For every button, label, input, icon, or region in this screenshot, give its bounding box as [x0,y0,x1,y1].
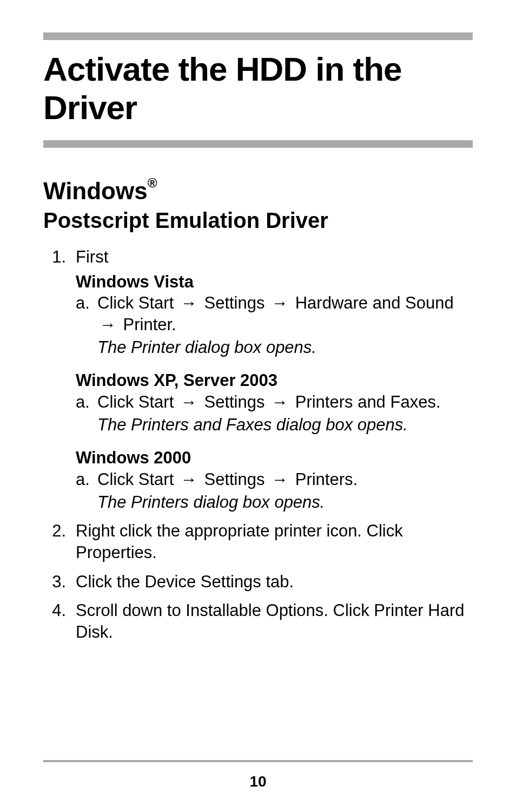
page: Activate the HDD in the Driver Windows® … [0,0,516,812]
vista-substep-a: a. Click Start → Settings → Hardware and… [76,292,473,335]
vista-substep-a-text: Click Start → Settings → Hardware and So… [97,292,473,335]
substep-marker-a: a. [76,391,97,413]
xp-block: Windows XP, Server 2003 a. Click Start →… [76,370,473,435]
w2k-heading: Windows 2000 [76,447,473,469]
section-heading-1-text: Windows [43,178,148,204]
w2k-block: Windows 2000 a. Click Start → Settings →… [76,447,473,513]
step-2: 2. Right click the appropriate printer i… [43,520,473,563]
step-3-body: Click the Device Settings tab. [76,571,473,593]
arrow-icon: → [178,292,200,314]
ordered-list: 1. First Windows Vista a. Click Start → … [43,246,473,643]
vista-text-1: Click Start [97,293,178,312]
vista-text-4: Printer. [118,315,176,334]
arrow-icon: → [269,292,290,314]
arrow-icon: → [269,391,290,413]
arrow-icon: → [97,314,118,336]
step-2-body: Right click the appropriate printer icon… [76,520,473,563]
vista-block: Windows Vista a. Click Start → Settings … [76,271,473,358]
step-3: 3. Click the Device Settings tab. [43,571,473,593]
vista-heading: Windows Vista [76,271,473,293]
w2k-text-2: Settings [200,470,269,489]
page-title: Activate the HDD in the Driver [43,50,473,127]
vista-result: The Printer dialog box opens. [97,337,473,358]
xp-text-2: Settings [200,392,269,411]
substep-marker-a: a. [76,292,97,335]
section-heading-2: Postscript Emulation Driver [43,208,473,232]
xp-heading: Windows XP, Server 2003 [76,370,473,391]
registered-trademark-icon: ® [148,175,157,190]
page-number: 10 [43,773,473,790]
xp-text-1: Click Start [97,392,178,411]
substep-marker-a: a. [76,469,97,490]
step-1: 1. First Windows Vista a. Click Start → … [43,246,473,513]
step-4: 4. Scroll down to Installable Options. C… [43,600,473,643]
xp-text-3: Printers and Faxes. [290,392,440,411]
w2k-text-3: Printers. [290,470,358,489]
step-1-intro: First [76,246,473,268]
vista-text-2: Settings [200,293,269,312]
step-2-number: 2. [43,520,76,563]
step-1-body: First Windows Vista a. Click Start → Set… [76,246,473,513]
top-rule [43,32,473,40]
footer: 10 [43,760,473,790]
w2k-substep-a: a. Click Start → Settings → Printers. [76,469,473,490]
arrow-icon: → [178,469,200,490]
w2k-text-1: Click Start [97,470,178,489]
step-3-number: 3. [43,571,76,593]
step-4-body: Scroll down to Installable Options. Clic… [76,600,473,643]
xp-result: The Printers and Faxes dialog box opens. [97,414,473,436]
step-1-number: 1. [43,246,76,513]
xp-substep-a: a. Click Start → Settings → Printers and… [76,391,473,413]
xp-substep-a-text: Click Start → Settings → Printers and Fa… [97,391,473,413]
arrow-icon: → [178,391,200,413]
vista-text-3: Hardware and Sound [290,293,454,312]
content: 1. First Windows Vista a. Click Start → … [43,239,473,643]
footer-rule [43,760,473,762]
section-heading-1: Windows® [43,178,473,204]
step-4-number: 4. [43,600,76,643]
w2k-result: The Printers dialog box opens. [97,492,473,513]
title-rule [43,140,473,148]
arrow-icon: → [269,469,290,490]
w2k-substep-a-text: Click Start → Settings → Printers. [97,469,473,490]
